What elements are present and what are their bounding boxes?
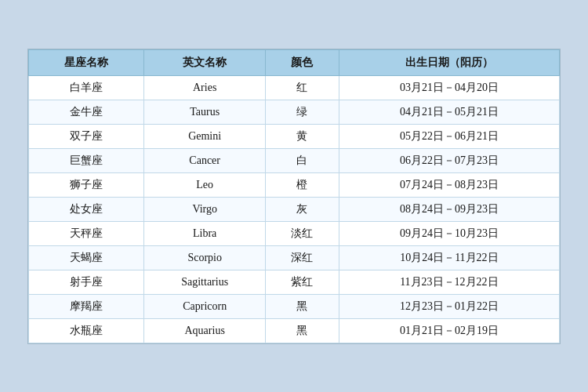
table-row: 处女座Virgo灰08月24日－09月23日 — [29, 197, 560, 221]
table-row: 狮子座Leo橙07月24日－08月23日 — [29, 172, 560, 197]
cell-r8-c0: 射手座 — [29, 270, 144, 294]
table-row: 双子座Gemini黄05月22日－06月21日 — [29, 124, 560, 148]
cell-r10-c2: 黑 — [266, 318, 339, 343]
cell-r3-c1: Cancer — [144, 148, 266, 172]
table-row: 巨蟹座Cancer白06月22日－07月23日 — [29, 148, 560, 172]
zodiac-table-container: 星座名称英文名称颜色出生日期（阳历） 白羊座Aries红03月21日－04月20… — [27, 49, 561, 344]
table-body: 白羊座Aries红03月21日－04月20日金牛座Taurus绿04月21日－0… — [29, 75, 560, 343]
cell-r2-c3: 05月22日－06月21日 — [339, 124, 559, 148]
cell-r7-c3: 10月24日－11月22日 — [339, 245, 559, 270]
cell-r4-c1: Leo — [144, 172, 266, 197]
cell-r7-c0: 天蝎座 — [29, 245, 144, 270]
header-col-0: 星座名称 — [29, 49, 144, 75]
table-row: 金牛座Taurus绿04月21日－05月21日 — [29, 100, 560, 124]
cell-r1-c3: 04月21日－05月21日 — [339, 100, 559, 124]
cell-r3-c2: 白 — [266, 148, 339, 172]
zodiac-table: 星座名称英文名称颜色出生日期（阳历） 白羊座Aries红03月21日－04月20… — [28, 49, 560, 343]
table-row: 天秤座Libra淡红09月24日－10月23日 — [29, 221, 560, 245]
cell-r0-c3: 03月21日－04月20日 — [339, 75, 559, 100]
cell-r4-c3: 07月24日－08月23日 — [339, 172, 559, 197]
cell-r1-c0: 金牛座 — [29, 100, 144, 124]
header-col-2: 颜色 — [266, 49, 339, 75]
cell-r4-c2: 橙 — [266, 172, 339, 197]
cell-r9-c2: 黑 — [266, 294, 339, 318]
cell-r7-c2: 深红 — [266, 245, 339, 270]
header-col-1: 英文名称 — [144, 49, 266, 75]
cell-r7-c1: Scorpio — [144, 245, 266, 270]
cell-r10-c0: 水瓶座 — [29, 318, 144, 343]
cell-r5-c1: Virgo — [144, 197, 266, 221]
cell-r5-c3: 08月24日－09月23日 — [339, 197, 559, 221]
table-row: 射手座Sagittarius紫红11月23日－12月22日 — [29, 270, 560, 294]
cell-r0-c2: 红 — [266, 75, 339, 100]
cell-r0-c0: 白羊座 — [29, 75, 144, 100]
cell-r10-c1: Aquarius — [144, 318, 266, 343]
cell-r6-c1: Libra — [144, 221, 266, 245]
cell-r6-c2: 淡红 — [266, 221, 339, 245]
cell-r10-c3: 01月21日－02月19日 — [339, 318, 559, 343]
table-row: 白羊座Aries红03月21日－04月20日 — [29, 75, 560, 100]
cell-r1-c2: 绿 — [266, 100, 339, 124]
cell-r6-c3: 09月24日－10月23日 — [339, 221, 559, 245]
cell-r8-c3: 11月23日－12月22日 — [339, 270, 559, 294]
cell-r3-c0: 巨蟹座 — [29, 148, 144, 172]
cell-r8-c2: 紫红 — [266, 270, 339, 294]
cell-r8-c1: Sagittarius — [144, 270, 266, 294]
cell-r1-c1: Taurus — [144, 100, 266, 124]
cell-r4-c0: 狮子座 — [29, 172, 144, 197]
cell-r0-c1: Aries — [144, 75, 266, 100]
cell-r2-c2: 黄 — [266, 124, 339, 148]
cell-r6-c0: 天秤座 — [29, 221, 144, 245]
cell-r5-c0: 处女座 — [29, 197, 144, 221]
cell-r5-c2: 灰 — [266, 197, 339, 221]
cell-r9-c1: Capricorn — [144, 294, 266, 318]
table-row: 水瓶座Aquarius黑01月21日－02月19日 — [29, 318, 560, 343]
table-header-row: 星座名称英文名称颜色出生日期（阳历） — [29, 49, 560, 75]
header-col-3: 出生日期（阳历） — [339, 49, 559, 75]
cell-r2-c1: Gemini — [144, 124, 266, 148]
table-row: 天蝎座Scorpio深红10月24日－11月22日 — [29, 245, 560, 270]
cell-r9-c3: 12月23日－01月22日 — [339, 294, 559, 318]
cell-r3-c3: 06月22日－07月23日 — [339, 148, 559, 172]
cell-r9-c0: 摩羯座 — [29, 294, 144, 318]
cell-r2-c0: 双子座 — [29, 124, 144, 148]
table-row: 摩羯座Capricorn黑12月23日－01月22日 — [29, 294, 560, 318]
